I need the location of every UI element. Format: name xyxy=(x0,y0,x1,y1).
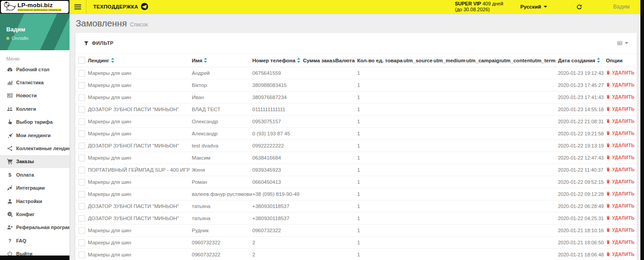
cell-phone: +380930118537 xyxy=(252,212,303,225)
table-row: Маркеры для шинОлександр095307515712020-… xyxy=(75,116,637,128)
trash-icon xyxy=(606,191,610,196)
select-all-checkbox[interactable] xyxy=(78,57,85,64)
row-checkbox[interactable] xyxy=(78,118,85,125)
delete-button[interactable]: УДАЛИТЬ xyxy=(606,204,635,208)
row-checkbox[interactable] xyxy=(78,130,85,137)
cell-sum xyxy=(303,176,335,188)
logo-subtitle: Конструктор мобильных лендингов xyxy=(17,9,61,11)
column-header-11[interactable]: Дата создания xyxy=(558,54,606,67)
cell-name: 0960732322 xyxy=(192,237,252,249)
cell-utm_source xyxy=(403,200,433,212)
sidebar-item-13[interactable]: ?FAQ xyxy=(0,234,69,247)
row-checkbox[interactable] xyxy=(78,203,85,210)
delete-button[interactable]: УДАЛИТЬ xyxy=(606,240,635,245)
cell-sum xyxy=(303,225,335,237)
language-selector[interactable]: Русский xyxy=(520,4,561,9)
page-head: ЗамовленняСписок xyxy=(69,13,644,33)
stats-icon xyxy=(6,79,13,86)
sidebar-item-5[interactable]: Мои лендинги xyxy=(0,129,69,142)
row-checkbox[interactable] xyxy=(78,155,85,161)
row-checkbox[interactable] xyxy=(78,82,85,89)
column-label: Сумма заказа xyxy=(303,58,335,63)
cell-qty: 1 xyxy=(357,140,403,152)
cell-utm_campaign xyxy=(466,91,501,104)
trash-icon xyxy=(606,107,610,111)
table-row: Маркеры для шинРоман066045041312020-01-2… xyxy=(75,176,637,188)
column-header-2[interactable]: Номер телефона xyxy=(252,54,303,67)
sidebar-item-4[interactable]: Выбор тарифа xyxy=(0,116,69,129)
delete-button[interactable]: УДАЛИТЬ xyxy=(606,216,635,221)
sidebar-item-7[interactable]: Заказы xyxy=(0,155,69,168)
column-header-0[interactable]: Лендинг xyxy=(88,54,192,67)
row-checkbox[interactable] xyxy=(78,239,85,246)
delete-button[interactable]: УДАЛИТЬ xyxy=(606,119,635,124)
cell-phone: 2 xyxy=(252,237,303,249)
sidebar-menu: Рабочий столСтатистикаНовостиКоллегиВыбо… xyxy=(0,63,69,260)
cell-utm_medium xyxy=(433,140,466,152)
delete-button[interactable]: УДАЛИТЬ xyxy=(606,70,635,75)
columns-selector-button[interactable] xyxy=(617,40,628,46)
column-header-1[interactable]: Имя xyxy=(192,54,252,67)
row-checkbox[interactable] xyxy=(78,106,85,113)
row-checkbox[interactable] xyxy=(78,179,85,186)
cell-utm_term xyxy=(532,116,558,128)
cell-landing: Маркеры для шин xyxy=(88,249,192,260)
delete-label: УДАЛИТЬ xyxy=(612,204,635,208)
hamburger-menu-button[interactable] xyxy=(69,0,86,13)
delete-button[interactable]: УДАЛИТЬ xyxy=(606,143,635,148)
delete-button[interactable]: УДАЛИТЬ xyxy=(606,82,635,87)
filter-button[interactable]: ФИЛЬТР xyxy=(84,40,113,46)
cell-options: УДАЛИТЬ xyxy=(606,67,637,79)
delete-label: УДАЛИТЬ xyxy=(612,131,635,136)
row-checkbox[interactable] xyxy=(78,94,85,101)
row-checkbox[interactable] xyxy=(78,167,85,173)
table-body: Маркеры для шинАндрей067564155912020-01-… xyxy=(75,67,637,260)
delete-button[interactable]: УДАЛИТЬ xyxy=(606,191,635,196)
trash-icon xyxy=(606,70,610,75)
sidebar-item-6[interactable]: Коллективные лендинги xyxy=(0,142,69,155)
cell-landing: ДОЗАТОР ЗУБНОЇ ПАСТИ "МИНЬОН" xyxy=(88,140,192,152)
refresh-button[interactable] xyxy=(561,4,597,10)
cell-utm_campaign xyxy=(466,67,501,79)
row-checkbox[interactable] xyxy=(78,251,85,258)
row-checkbox[interactable] xyxy=(78,70,85,77)
sidebar-item-1[interactable]: Статистика xyxy=(0,76,69,89)
cell-utm_campaign xyxy=(466,225,501,237)
delete-button[interactable]: УДАЛИТЬ xyxy=(606,179,635,184)
sidebar-item-8[interactable]: $Оплата xyxy=(0,168,69,181)
cell-utm_content xyxy=(501,116,532,128)
sidebar-item-12[interactable]: Реферальная программа xyxy=(0,221,69,234)
delete-label: УДАЛИТЬ xyxy=(612,228,635,233)
cell-utm_source xyxy=(403,188,433,200)
row-checkbox[interactable] xyxy=(78,215,85,222)
cell-name: 0960732322 xyxy=(192,249,252,260)
delete-button[interactable]: УДАЛИТЬ xyxy=(606,228,635,233)
logo-text: LP-mobi.biz Конструктор мобильных лендин… xyxy=(17,2,61,11)
table-row: Маркеры для шинвалеев фанур рустямович+3… xyxy=(75,188,637,200)
row-checkbox[interactable] xyxy=(78,227,85,234)
cell-landing: Маркеры для шин xyxy=(88,152,192,164)
delete-button[interactable]: УДАЛИТЬ xyxy=(606,107,635,112)
cell-landing: Маркеры для шин xyxy=(88,176,192,188)
logo[interactable]: LP-mobi.biz Конструктор мобильных лендин… xyxy=(1,1,69,13)
cell-sum xyxy=(303,79,335,91)
sidebar-item-2[interactable]: Новости xyxy=(0,89,69,102)
row-checkbox[interactable] xyxy=(78,143,85,149)
sidebar-item-10[interactable]: Настройки xyxy=(0,195,69,208)
account-menu[interactable]: Вадим xyxy=(598,4,644,10)
delete-button[interactable]: УДАЛИТЬ xyxy=(606,131,635,136)
sidebar-item-11[interactable]: Конфиг xyxy=(0,208,69,221)
row-checkbox[interactable] xyxy=(78,191,85,198)
cell-qty: 1 xyxy=(357,176,403,188)
sidebar-item-9[interactable]: Интеграции xyxy=(0,182,69,195)
cell-phone: 0953075157 xyxy=(252,116,303,128)
support-button[interactable]: ТЕХПОДДЕРЖКА xyxy=(86,0,155,13)
sidebar-item-0[interactable]: Рабочий стол xyxy=(0,63,69,76)
sidebar-item-3[interactable]: Коллеги xyxy=(0,102,69,115)
cell-utm_source xyxy=(403,164,433,176)
delete-button[interactable]: УДАЛИТЬ xyxy=(606,155,635,160)
delete-button[interactable]: УДАЛИТЬ xyxy=(606,252,635,257)
delete-button[interactable]: УДАЛИТЬ xyxy=(606,95,635,100)
cell-name: Иван xyxy=(192,91,252,104)
delete-button[interactable]: УДАЛИТЬ xyxy=(606,167,635,172)
